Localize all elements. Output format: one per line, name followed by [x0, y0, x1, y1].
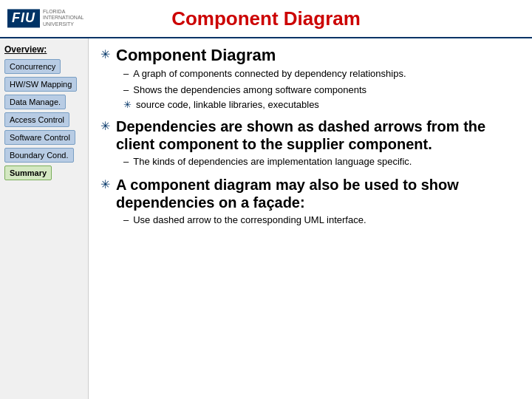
- sidebar-item-boundary-cond[interactable]: Boundary Cond.: [4, 148, 74, 163]
- section-3-content: A component diagram may also be used to …: [116, 176, 520, 227]
- section-2-content: Dependencies are shown as dashed arrows …: [116, 117, 520, 168]
- section-2: ✳ Dependencies are shown as dashed arrow…: [100, 117, 520, 168]
- sidebar-item-access-control[interactable]: Access Control: [4, 112, 69, 127]
- section-1-sub-text: source code, linkable libraries, executa…: [136, 99, 319, 110]
- dash-icon-3: –: [123, 155, 129, 168]
- dash-icon-2: –: [123, 83, 129, 97]
- content-area: ✳ Component Diagram – A graph of compone…: [89, 38, 532, 399]
- sidebar-item-hwsw[interactable]: HW/SW Mapping: [4, 77, 77, 92]
- overview-label: Overview:: [4, 44, 83, 55]
- sub-star-1: ✳: [123, 99, 132, 110]
- section-2-title: Dependencies are shown as dashed arrows …: [116, 117, 520, 153]
- bullet-star-3: ✳: [100, 177, 110, 191]
- logo-area: FIU FLORIDA INTERNATIONAL UNIVERSITY: [7, 9, 87, 27]
- section-1-point-2: – Shows the dependencies among software …: [123, 83, 520, 97]
- section-1-point-2-text: Shows the dependencies among software co…: [133, 83, 366, 97]
- section-1-title: Component Diagram: [116, 46, 520, 65]
- section-2-point-1: – The kinds of dependencies are implemen…: [123, 155, 520, 168]
- sidebar-item-summary[interactable]: Summary: [4, 166, 52, 180]
- section-3-point-1: – Use dashed arrow to the corresponding …: [123, 214, 520, 227]
- section-1: ✳ Component Diagram – A graph of compone…: [100, 46, 520, 110]
- logo-subtitle: FLORIDA INTERNATIONAL UNIVERSITY: [43, 9, 87, 27]
- section-3: ✳ A component diagram may also be used t…: [100, 176, 520, 227]
- logo: FIU: [7, 9, 40, 27]
- section-1-content: Component Diagram – A graph of component…: [116, 46, 520, 110]
- dash-icon-1: –: [123, 67, 129, 81]
- dash-icon-4: –: [123, 214, 129, 227]
- sidebar: Overview: Concurrency HW/SW Mapping Data…: [0, 38, 89, 399]
- bullet-star-1: ✳: [100, 47, 110, 61]
- main-layout: Overview: Concurrency HW/SW Mapping Data…: [0, 38, 532, 399]
- section-2-point-1-text: The kinds of dependencies are implementa…: [133, 155, 412, 168]
- section-1-point-1-text: A graph of components connected by depen…: [133, 67, 406, 81]
- header-title: Component Diagram: [171, 7, 361, 30]
- section-3-point-1-text: Use dashed arrow to the corresponding UM…: [133, 214, 366, 227]
- header: FIU FLORIDA INTERNATIONAL UNIVERSITY Com…: [0, 0, 532, 38]
- section-1-sub-bullet: ✳ source code, linkable libraries, execu…: [123, 99, 520, 110]
- sidebar-item-software-control[interactable]: Software Control: [4, 130, 75, 145]
- section-3-title: A component diagram may also be used to …: [116, 176, 520, 211]
- sidebar-item-data-manage[interactable]: Data Manage.: [4, 95, 66, 109]
- sidebar-item-concurrency[interactable]: Concurrency: [4, 59, 61, 74]
- bullet-star-2: ✳: [100, 119, 110, 133]
- section-1-point-1: – A graph of components connected by dep…: [123, 67, 520, 81]
